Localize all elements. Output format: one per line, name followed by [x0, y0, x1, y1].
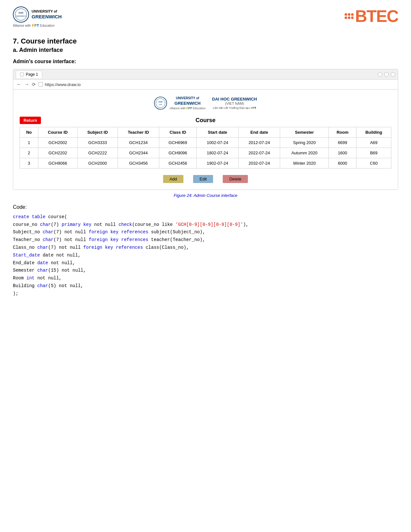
fpt-badge: FPT: [32, 24, 39, 27]
app-header: UoG GRW UNIVERSITY of GREENWICH Alliance…: [20, 93, 391, 114]
dai-hoc-sub: (VIET NAM): [212, 102, 257, 105]
page-header: UoG GREENWICH UNIVERSITY of GREENWICH Al…: [13, 6, 398, 27]
url-bar-container: https://www.draw.io: [38, 82, 395, 87]
table-cell: 1902-07-24: [197, 158, 238, 168]
table-cell: 1002-07-24: [197, 137, 238, 148]
table-cell: 1: [20, 137, 38, 148]
col-semester: Semester: [280, 127, 329, 137]
col-no: No: [20, 127, 38, 137]
col-end-date: End date: [238, 127, 280, 137]
btec-dots: [345, 13, 354, 19]
table-cell: 3: [20, 158, 38, 168]
table-row: 3GCH9066GCH2000GCH3456GCH24561902-07-242…: [20, 158, 391, 168]
action-buttons: Add Edit Delete: [20, 175, 391, 183]
course-table: No Course ID Subject ID Teacher ID Class…: [20, 127, 391, 169]
minimize-btn[interactable]: [378, 72, 382, 77]
refresh-icon[interactable]: ⟳: [32, 82, 36, 87]
edit-button[interactable]: Edit: [193, 175, 213, 183]
app-dai-hoc: DAI HOC GREENWICH (VIET NAM) Liên kết vớ…: [212, 97, 257, 110]
section-sub: a. Admin interface: [13, 47, 398, 53]
table-cell: GCH9066: [38, 158, 77, 168]
svg-text:UoG: UoG: [159, 101, 162, 103]
table-cell: 1802-07-24: [197, 148, 238, 158]
app-uni-name: UNIVERSITY of GREENWICH Alliance with FP…: [170, 96, 206, 111]
url-bar[interactable]: https://www.draw.io: [45, 82, 81, 87]
col-subject-id: Subject ID: [77, 127, 118, 137]
col-start-date: Start date: [197, 127, 238, 137]
table-cell: C60: [356, 158, 391, 168]
crest-icon: UoG GREENWICH: [13, 6, 29, 23]
page-icon: [38, 82, 43, 87]
browser-nav: ← → ⟳ https://www.draw.io: [13, 80, 398, 90]
logo-left: UoG GREENWICH UNIVERSITY of GREENWICH Al…: [13, 6, 62, 27]
table-cell: 2012-07-24: [238, 137, 280, 148]
table-cell: GCH2222: [77, 148, 118, 158]
forward-arrow[interactable]: →: [24, 82, 29, 87]
figure-caption: Figure 24: Admin Course interface: [13, 193, 398, 198]
browser-tab[interactable]: Page 1: [16, 71, 42, 78]
table-cell: 2032-07-24: [238, 158, 280, 168]
svg-text:GREENWICH: GREENWICH: [16, 15, 26, 17]
university-name: UNIVERSITY of GREENWICH: [32, 9, 62, 20]
close-btn[interactable]: [391, 72, 395, 77]
fpt-line: Liên kết với Trường Đào tạo FPT: [212, 106, 257, 110]
col-teacher-id: Teacher ID: [118, 127, 159, 137]
return-row: Return Course: [20, 117, 391, 124]
svg-point-0: [13, 7, 29, 22]
table-cell: 6000: [329, 158, 357, 168]
table-cell: GCH9096: [159, 148, 197, 158]
tab-label: Page 1: [26, 72, 38, 77]
app-content: UoG GRW UNIVERSITY of GREENWICH Alliance…: [13, 90, 398, 189]
code-block: create table course(course_no char(7) pr…: [13, 213, 398, 298]
table-cell: B69: [356, 148, 391, 158]
col-room: Room: [329, 127, 357, 137]
table-row: 2GCH2202GCH2222GCH2344GCH90961802-07-242…: [20, 148, 391, 158]
table-cell: 2022-07-24: [238, 148, 280, 158]
table-cell: 6699: [329, 137, 357, 148]
svg-text:GRW: GRW: [159, 104, 162, 105]
table-cell: GCH2202: [38, 148, 77, 158]
table-cell: GCH6969: [159, 137, 197, 148]
delete-button[interactable]: Delete: [223, 175, 248, 183]
svg-point-1: [15, 9, 27, 20]
browser-mockup: Page 1 ← → ⟳ https://www.draw.io UoG GRW: [13, 69, 398, 190]
table-cell: GCH2344: [118, 148, 159, 158]
table-cell: GCH1234: [118, 137, 159, 148]
btec-text: BTEC: [355, 6, 398, 26]
maximize-btn[interactable]: [384, 72, 389, 77]
return-button[interactable]: Return: [20, 117, 41, 124]
table-cell: GCH2000: [77, 158, 118, 168]
table-cell: GCH3333: [77, 137, 118, 148]
table-cell: Spring 2020: [280, 137, 329, 148]
section-number: 7. Course interface: [13, 37, 398, 45]
table-header-row: No Course ID Subject ID Teacher ID Class…: [20, 127, 391, 137]
table-cell: A69: [356, 137, 391, 148]
btec-logo: BTEC: [345, 6, 398, 26]
table-cell: 1600: [329, 148, 357, 158]
col-class-id: Class ID: [159, 127, 197, 137]
app-logo-section: UoG GRW UNIVERSITY of GREENWICH Alliance…: [154, 96, 206, 111]
browser-tab-bar: Page 1: [13, 69, 398, 80]
add-button[interactable]: Add: [163, 175, 183, 183]
col-building: Building: [356, 127, 391, 137]
table-cell: GCH3456: [118, 158, 159, 168]
table-cell: Autumm 2020: [280, 148, 329, 158]
table-row: 1GCH2002GCH3333GCH1234GCH69691002-07-242…: [20, 137, 391, 148]
table-cell: Winter 2020: [280, 158, 329, 168]
svg-point-4: [154, 97, 167, 109]
browser-controls: [378, 72, 395, 77]
svg-text:UoG: UoG: [19, 12, 24, 14]
code-label: Code:: [13, 204, 398, 210]
university-logo: UoG GREENWICH UNIVERSITY of GREENWICH: [13, 6, 62, 23]
table-cell: 2: [20, 148, 38, 158]
tab-icon: [20, 73, 24, 76]
svg-point-5: [156, 99, 165, 108]
table-cell: GCH2002: [38, 137, 77, 148]
course-title: Course: [195, 117, 215, 124]
alliance-text: Alliance with FPT Education: [13, 24, 54, 27]
table-cell: GCH2456: [159, 158, 197, 168]
col-course-id: Course ID: [38, 127, 77, 137]
section-label: Admin's course interface:: [13, 59, 398, 64]
back-arrow[interactable]: ←: [16, 82, 22, 87]
app-crest-icon: UoG GRW: [154, 97, 167, 110]
